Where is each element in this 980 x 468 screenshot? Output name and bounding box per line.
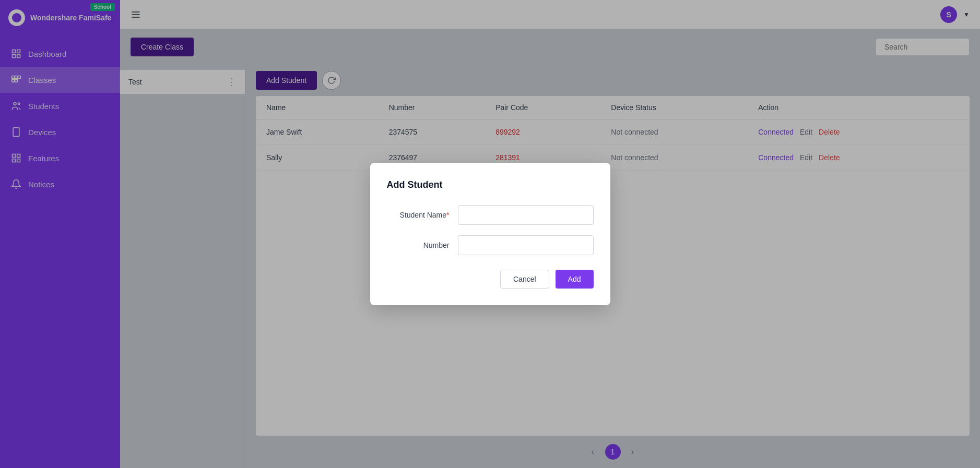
student-name-label: Student Name* — [387, 211, 450, 219]
number-group: Number — [387, 235, 594, 255]
student-name-group: Student Name* — [387, 205, 594, 225]
student-name-input[interactable] — [458, 205, 594, 225]
modal-actions: Cancel Add — [387, 270, 594, 289]
number-input[interactable] — [458, 235, 594, 255]
add-student-modal: Add Student Student Name* Number Cancel … — [370, 163, 610, 305]
modal-overlay: Add Student Student Name* Number Cancel … — [0, 0, 980, 468]
cancel-button[interactable]: Cancel — [500, 270, 549, 289]
number-label: Number — [387, 241, 450, 249]
add-button[interactable]: Add — [556, 270, 594, 289]
modal-title: Add Student — [387, 179, 594, 190]
